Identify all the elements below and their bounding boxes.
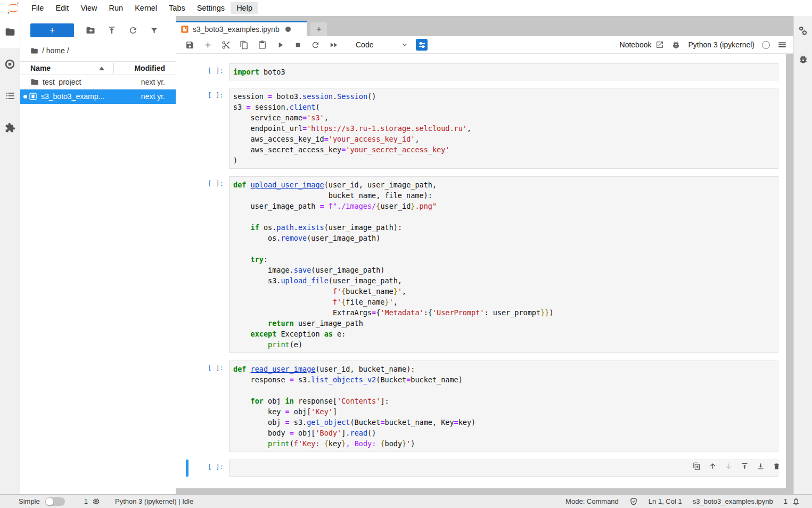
save-icon [185, 40, 194, 50]
simple-mode-label: Simple [19, 497, 40, 505]
run-cell-button[interactable] [276, 40, 285, 50]
kernel-name[interactable]: Python 3 (ipykernel) [688, 40, 754, 49]
notebook-mode-label: Notebook [620, 40, 652, 49]
insert-below-icon [757, 462, 765, 470]
sidebar-tab-files[interactable] [0, 16, 20, 48]
column-header-name[interactable]: Name [20, 64, 51, 72]
sidebar-tab-extensions[interactable] [0, 112, 20, 144]
chip-icon [92, 497, 100, 505]
run-all-icon [329, 40, 338, 50]
restart-kernel-button[interactable] [311, 40, 320, 50]
sidebar-tab-debugger[interactable] [798, 54, 808, 64]
notebook-cell: [ ]:def upload_user_image(user_id, user_… [176, 176, 786, 353]
notifications-indicator[interactable]: 1 [784, 497, 800, 506]
cut-cell-button[interactable] [222, 40, 231, 50]
notebook-cell: [ ]:session = boto3.session.Session()s3 … [176, 88, 786, 169]
delete-cell-button[interactable] [773, 462, 781, 470]
simple-mode-toggle[interactable] [45, 497, 65, 506]
status-left: Simple 1 Python 3 (ipykernel) | Idle [0, 497, 193, 506]
bug-icon[interactable] [671, 40, 680, 50]
menu-kernel[interactable]: Kernel [129, 2, 163, 14]
kernel-sessions-indicator[interactable]: 1 [84, 497, 100, 505]
insert-above-icon [741, 462, 749, 470]
menu-help[interactable]: Help [231, 2, 258, 14]
command-mode-indicator[interactable]: Mode: Command [565, 497, 619, 505]
file-list-header: Name Modified [20, 61, 176, 75]
notebook-tab[interactable]: s3_boto3_examples.ipynb [176, 21, 307, 36]
shield-icon[interactable] [629, 497, 638, 506]
insert-cell-button[interactable] [203, 40, 212, 50]
menu-edit[interactable]: Edit [50, 2, 75, 14]
filter-button[interactable] [150, 26, 159, 35]
insert-cell-above-button[interactable] [741, 462, 749, 470]
cell-type-dropdown[interactable]: Code [356, 40, 408, 49]
save-button[interactable] [185, 40, 194, 50]
folder-icon [5, 27, 15, 37]
cell-code-editor[interactable] [229, 460, 778, 477]
copy-cell-button[interactable] [240, 40, 249, 50]
copy-icon [240, 40, 249, 50]
sidebar-tab-toc[interactable] [0, 80, 20, 112]
refresh-icon [128, 26, 138, 35]
chevron-down-icon [401, 41, 408, 48]
run-icon [276, 40, 285, 50]
cell-code-editor[interactable]: import boto3 [229, 63, 778, 80]
new-launcher-button[interactable]: + [30, 23, 74, 37]
gears-icon [798, 26, 808, 36]
refresh-button[interactable] [128, 26, 138, 35]
file-row-notebook-selected[interactable]: s3_boto3_examp... next yr. [20, 89, 176, 104]
menu-settings[interactable]: Settings [191, 2, 231, 14]
cell-code-editor[interactable]: def upload_user_image(user_id, user_imag… [229, 176, 778, 353]
cell-input-prompt: [ ]: [176, 360, 229, 452]
cell-input-prompt: [ ]: [176, 63, 229, 80]
insert-cell-below-button[interactable] [757, 462, 765, 470]
upload-button[interactable] [107, 26, 117, 35]
column-header-modified[interactable]: Modified [134, 64, 165, 72]
external-link-icon[interactable] [655, 40, 664, 49]
right-sidebar [793, 16, 812, 494]
cursor-position[interactable]: Ln 1, Col 1 [649, 497, 682, 505]
menu-view[interactable]: View [75, 2, 103, 14]
new-folder-button[interactable] [86, 26, 95, 35]
column-divider [113, 63, 114, 73]
move-down-icon [725, 462, 733, 470]
new-tab-button[interactable] [310, 22, 327, 36]
sidebar-tab-property-inspector[interactable] [798, 26, 808, 36]
extension-icon [5, 122, 15, 133]
cell-code-editor[interactable]: session = boto3.session.Session()s3 = se… [229, 88, 778, 169]
file-modified: next yr. [141, 92, 165, 101]
restart-icon [311, 40, 320, 50]
menu-bar: File Edit View Run Kernel Tabs Settings … [0, 0, 812, 16]
status-bar: Simple 1 Python 3 (ipykernel) | Idle Mod… [0, 494, 812, 508]
kernel-status-text[interactable]: Python 3 (ipykernel) | Idle [115, 497, 193, 505]
kernel-count: 1 [84, 497, 88, 505]
file-browser-toolbar: + [20, 16, 176, 37]
paste-cell-button[interactable] [258, 40, 267, 50]
cell-type-value: Code [356, 40, 373, 49]
move-cell-up-button[interactable] [709, 462, 717, 470]
menu-run[interactable]: Run [103, 2, 129, 14]
restart-run-all-button[interactable] [329, 40, 338, 50]
move-cell-down-button [725, 462, 733, 470]
activity-bar [0, 16, 20, 494]
interrupt-kernel-button[interactable] [294, 41, 302, 49]
kernel-status-icon[interactable] [762, 41, 770, 49]
breadcrumb[interactable]: / home / [20, 37, 176, 55]
breadcrumb-path: / home / [42, 46, 69, 55]
menu-tabs[interactable]: Tabs [163, 2, 191, 14]
notebook-file-icon [181, 25, 189, 34]
cell-code-editor[interactable]: def read_user_image(user_id, bucket_name… [229, 360, 778, 452]
plus-icon [203, 40, 212, 50]
hamburger-icon[interactable] [777, 40, 787, 50]
duplicate-cell-button[interactable] [693, 462, 701, 470]
sidebar-tab-running[interactable] [0, 48, 20, 80]
menu-file[interactable]: File [26, 2, 50, 14]
file-row-folder[interactable]: test_project next yr. [20, 75, 176, 89]
trash-icon [773, 462, 781, 470]
bug-icon [798, 54, 808, 64]
format-code-button[interactable] [416, 39, 428, 51]
stop-icon [294, 41, 302, 49]
cell-input-prompt: [ ]: [176, 460, 229, 477]
toggle-knob [46, 498, 53, 505]
folder-icon [30, 47, 38, 55]
